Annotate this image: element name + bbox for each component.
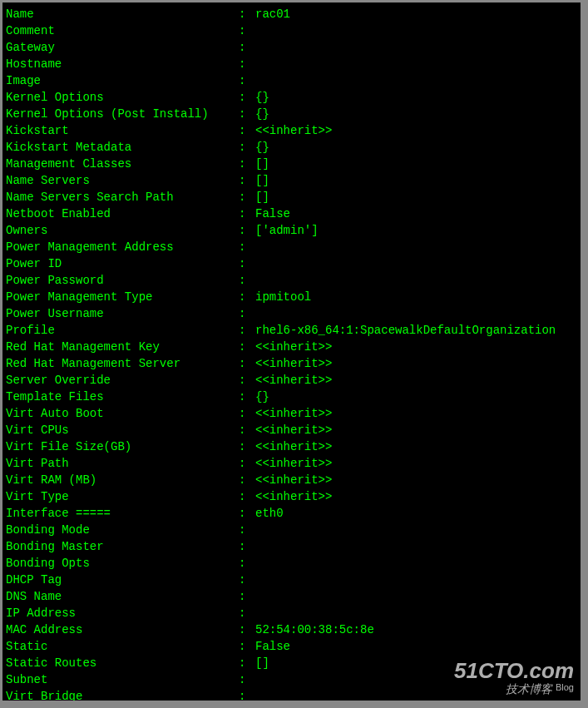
property-row: Virt Auto Boot: <<inherit>> (6, 405, 577, 422)
property-separator: : (239, 588, 255, 605)
property-separator: : (239, 289, 255, 305)
watermark-sub: 技术博客 (506, 682, 552, 696)
property-row: Bonding Master: (6, 538, 577, 555)
property-label: Kickstart (6, 122, 239, 139)
property-separator: : (239, 305, 255, 322)
property-value: <<inherit>> (255, 405, 577, 422)
watermark-blog: Blog (556, 682, 574, 692)
terminal-output: Name: rac01Comment: Gateway: Hostname: I… (2, 2, 581, 701)
property-row: Interface =====: eth0 (6, 505, 577, 522)
property-value: <<inherit>> (255, 339, 577, 355)
property-separator: : (239, 472, 255, 488)
property-value: {} (255, 139, 577, 156)
property-separator: : (239, 621, 255, 638)
property-separator: : (239, 239, 255, 255)
property-value (255, 39, 577, 56)
property-row: Name Servers Search Path: [] (6, 189, 577, 205)
property-row: Owners: ['admin'] (6, 222, 577, 239)
property-row: Power Username: (6, 305, 577, 322)
property-value: <<inherit>> (255, 488, 577, 505)
property-label: MAC Address (6, 621, 239, 638)
property-value: <<inherit>> (255, 355, 577, 372)
property-value: ipmitool (255, 289, 577, 305)
property-value (255, 239, 577, 255)
property-label: Comment (6, 22, 239, 39)
watermark: 51CTO.com 技术博客 Blog (454, 659, 574, 696)
property-row: Static: False (6, 638, 577, 655)
property-separator: : (239, 139, 255, 156)
property-row: Comment: (6, 22, 577, 39)
property-value (255, 555, 577, 572)
property-label: Power Management Type (6, 289, 239, 305)
property-row: Gateway: (6, 39, 577, 56)
property-row: Virt File Size(GB): <<inherit>> (6, 438, 577, 455)
property-value (255, 305, 577, 322)
property-separator: : (239, 455, 255, 472)
property-separator: : (239, 655, 255, 671)
property-value: rhel6-x86_64:1:SpacewalkDefaultOrganizat… (255, 322, 577, 339)
property-label: Kickstart Metadata (6, 139, 239, 156)
property-separator: : (239, 522, 255, 538)
property-value (255, 255, 577, 272)
property-label: Power Management Address (6, 239, 239, 255)
property-label: Virt File Size(GB) (6, 438, 239, 455)
property-row: Power Management Type: ipmitool (6, 289, 577, 305)
property-value: False (255, 638, 577, 655)
property-separator: : (239, 671, 255, 688)
property-value (255, 605, 577, 621)
property-label: Virt Auto Boot (6, 405, 239, 422)
property-separator: : (239, 638, 255, 655)
property-separator: : (239, 272, 255, 289)
property-value: rac01 (255, 6, 577, 22)
property-row: Kickstart Metadata: {} (6, 139, 577, 156)
property-separator: : (239, 555, 255, 572)
property-label: Bonding Mode (6, 522, 239, 538)
property-row: Virt CPUs: <<inherit>> (6, 422, 577, 438)
property-separator: : (239, 389, 255, 405)
property-row: Power ID: (6, 255, 577, 272)
property-row: Bonding Mode: (6, 522, 577, 538)
properties-list: Name: rac01Comment: Gateway: Hostname: I… (6, 6, 577, 701)
property-row: Netboot Enabled: False (6, 205, 577, 222)
property-row: Virt Type: <<inherit>> (6, 488, 577, 505)
property-label: DNS Name (6, 588, 239, 605)
property-row: Red Hat Management Server: <<inherit>> (6, 355, 577, 372)
property-separator: : (239, 106, 255, 122)
property-label: Name Servers Search Path (6, 189, 239, 205)
property-label: Virt Type (6, 488, 239, 505)
property-row: Power Password: (6, 272, 577, 289)
property-label: Static Routes (6, 655, 239, 671)
property-value (255, 272, 577, 289)
property-label: Red Hat Management Key (6, 339, 239, 355)
property-separator: : (239, 688, 255, 701)
property-label: Name (6, 6, 239, 22)
property-value: ['admin'] (255, 222, 577, 239)
property-value: 52:54:00:38:5c:8e (255, 621, 577, 638)
property-label: Subnet (6, 671, 239, 688)
property-row: Kernel Options: {} (6, 89, 577, 106)
property-label: Virt RAM (MB) (6, 472, 239, 488)
property-label: Hostname (6, 56, 239, 72)
watermark-main: 51CTO.com (454, 659, 574, 683)
property-label: Name Servers (6, 172, 239, 189)
property-separator: : (239, 538, 255, 555)
property-separator: : (239, 56, 255, 72)
property-separator: : (239, 72, 255, 89)
property-value (255, 522, 577, 538)
property-separator: : (239, 172, 255, 189)
property-label: DHCP Tag (6, 572, 239, 588)
property-label: Kernel Options (Post Install) (6, 106, 239, 122)
property-separator: : (239, 322, 255, 339)
property-value: <<inherit>> (255, 438, 577, 455)
property-label: Server Override (6, 372, 239, 389)
property-row: Bonding Opts: (6, 555, 577, 572)
property-row: Virt Path: <<inherit>> (6, 455, 577, 472)
property-row: Kernel Options (Post Install): {} (6, 106, 577, 122)
property-separator: : (239, 355, 255, 372)
property-value (255, 72, 577, 89)
property-label: Management Classes (6, 156, 239, 172)
property-row: DHCP Tag: (6, 572, 577, 588)
property-label: Gateway (6, 39, 239, 56)
property-value: [] (255, 172, 577, 189)
property-row: Power Management Address: (6, 239, 577, 255)
